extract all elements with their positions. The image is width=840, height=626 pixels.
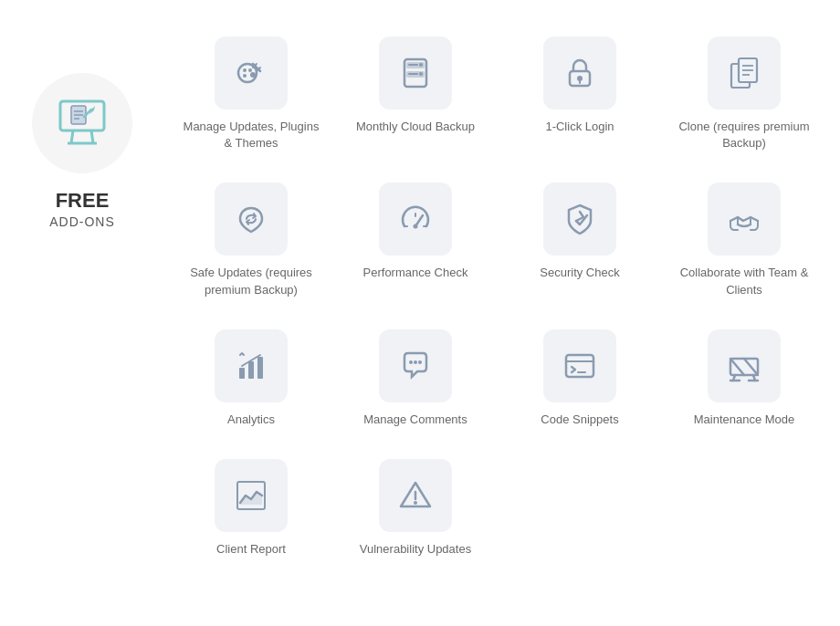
client-report-label: Client Report: [216, 541, 286, 558]
list-item[interactable]: Analytics: [173, 320, 329, 441]
svg-point-12: [248, 68, 252, 72]
sidebar-title: FREE: [56, 188, 110, 214]
list-item[interactable]: Security Check: [502, 173, 657, 310]
sidebar-main-icon: [53, 94, 111, 152]
cloud-backup-icon-box: [379, 37, 452, 110]
login-icon: [562, 55, 598, 91]
svg-point-13: [243, 74, 247, 78]
svg-point-21: [419, 63, 423, 67]
manage-updates-icon-box: [215, 37, 288, 110]
security-label: Security Check: [540, 265, 619, 281]
analytics-icon-box: [215, 329, 288, 402]
vulnerability-icon: [397, 477, 434, 514]
safe-updates-icon-box: [215, 183, 288, 256]
code-snippets-icon-box: [543, 329, 616, 402]
list-item[interactable]: Maintenance Mode: [667, 320, 822, 441]
list-item[interactable]: Monthly Cloud Backup: [338, 27, 493, 164]
comments-icon: [397, 348, 434, 384]
list-item[interactable]: Safe Updates (requires premium Backup): [173, 173, 329, 310]
analytics-icon: [233, 348, 269, 384]
page-container: FREE ADD-ONS: [18, 18, 822, 570]
addons-grid: Manage Updates, Plugins & Themes Monthly…: [173, 18, 822, 570]
comments-icon-box: [379, 329, 452, 402]
svg-point-22: [419, 72, 423, 76]
clone-label: Clone (requires premium Backup): [674, 119, 814, 151]
vulnerability-icon-box: [379, 459, 452, 532]
svg-line-1: [71, 130, 73, 143]
list-item[interactable]: Manage Updates, Plugins & Themes: [173, 27, 329, 164]
list-item[interactable]: Performance Check: [338, 173, 493, 310]
svg-rect-44: [566, 355, 593, 377]
list-item[interactable]: Clone (requires premium Backup): [667, 27, 822, 164]
svg-point-42: [414, 360, 417, 364]
client-report-icon: [233, 477, 269, 514]
maintenance-label: Maintenance Mode: [694, 412, 795, 428]
cloud-backup-label: Monthly Cloud Backup: [356, 119, 475, 135]
security-icon: [562, 201, 598, 237]
sidebar-icon-wrapper: [32, 73, 132, 173]
svg-rect-40: [257, 357, 263, 379]
code-snippets-icon: [562, 348, 598, 384]
performance-icon: [397, 201, 434, 237]
client-report-icon-box: [215, 459, 288, 532]
svg-rect-38: [239, 368, 245, 379]
sidebar-subtitle: ADD-ONS: [49, 214, 115, 229]
maintenance-icon: [726, 348, 762, 384]
login-icon-box: [543, 37, 616, 110]
maintenance-icon-box: [708, 329, 781, 402]
svg-line-49: [744, 359, 758, 375]
collaborate-label: Collaborate with Team & Clients: [674, 265, 814, 297]
svg-rect-47: [730, 359, 758, 375]
svg-point-58: [414, 501, 417, 505]
cloud-backup-icon: [397, 55, 434, 91]
collaborate-icon: [726, 201, 762, 237]
safe-updates-icon: [233, 201, 269, 237]
svg-point-41: [409, 360, 413, 364]
clone-icon: [726, 55, 762, 91]
performance-icon-box: [379, 183, 452, 256]
svg-point-34: [414, 224, 418, 229]
manage-updates-label: Manage Updates, Plugins & Themes: [181, 119, 321, 151]
code-snippets-label: Code Snippets: [541, 412, 618, 428]
list-item[interactable]: Collaborate with Team & Clients: [667, 173, 822, 310]
svg-point-11: [243, 68, 247, 72]
list-item[interactable]: Code Snippets: [502, 320, 657, 441]
performance-label: Performance Check: [363, 265, 468, 281]
svg-point-14: [250, 72, 256, 78]
login-label: 1-Click Login: [545, 119, 614, 135]
vulnerability-label: Vulnerability Updates: [360, 541, 471, 558]
list-item[interactable]: Client Report: [173, 450, 329, 570]
analytics-label: Analytics: [227, 412, 275, 428]
list-item[interactable]: Manage Comments: [338, 320, 493, 441]
svg-line-48: [730, 359, 744, 375]
svg-line-2: [91, 130, 93, 143]
list-item[interactable]: Vulnerability Updates: [338, 450, 493, 570]
safe-updates-label: Safe Updates (requires premium Backup): [181, 265, 321, 297]
list-item[interactable]: 1-Click Login: [502, 27, 657, 164]
security-icon-box: [543, 183, 616, 256]
clone-icon-box: [708, 37, 781, 110]
svg-point-43: [418, 360, 422, 364]
collaborate-icon-box: [708, 183, 781, 256]
sidebar: FREE ADD-ONS: [18, 18, 146, 229]
comments-label: Manage Comments: [363, 412, 467, 428]
manage-updates-icon: [233, 55, 269, 91]
svg-rect-39: [248, 361, 254, 379]
